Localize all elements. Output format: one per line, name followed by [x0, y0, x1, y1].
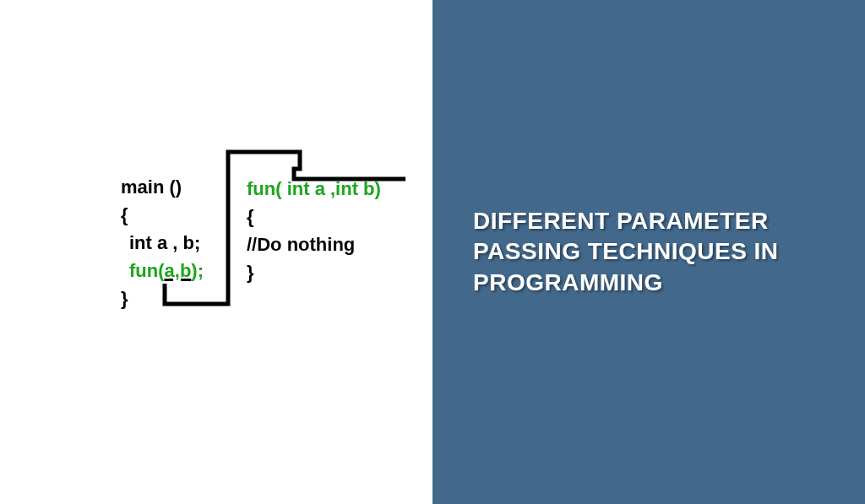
- fun-def-params: int a ,int b): [287, 178, 381, 199]
- code-diagram-panel: main () { int a , b; fun(a,b); } fun( in…: [0, 0, 432, 504]
- fun-definition-block: fun( int a ,int b) { //Do nothing }: [247, 175, 381, 286]
- fun-body-comment: //Do nothing: [247, 230, 381, 258]
- var-declaration: int a , b;: [121, 229, 204, 257]
- main-function-block: main () { int a , b; fun(a,b); }: [121, 173, 204, 312]
- fun-call-name: fun(: [129, 260, 165, 281]
- main-open-brace: {: [121, 201, 204, 229]
- fun-call-close: );: [191, 260, 204, 281]
- diagram-title: DIFFERENT PARAMETER PASSING TECHNIQUES I…: [473, 206, 865, 298]
- fun-close-brace: }: [247, 258, 381, 286]
- fun-open-brace: {: [247, 203, 381, 230]
- fun-def-name: fun(: [247, 178, 287, 199]
- diagram-container: main () { int a , b; fun(a,b); } fun( in…: [0, 0, 865, 504]
- fun-call-line: fun(a,b);: [121, 257, 204, 285]
- main-close-brace: }: [121, 285, 204, 312]
- fun-signature: fun( int a ,int b): [247, 175, 381, 203]
- fun-call-args: a,b: [165, 260, 192, 281]
- main-declaration: main (): [121, 173, 204, 201]
- title-panel: DIFFERENT PARAMETER PASSING TECHNIQUES I…: [432, 0, 865, 504]
